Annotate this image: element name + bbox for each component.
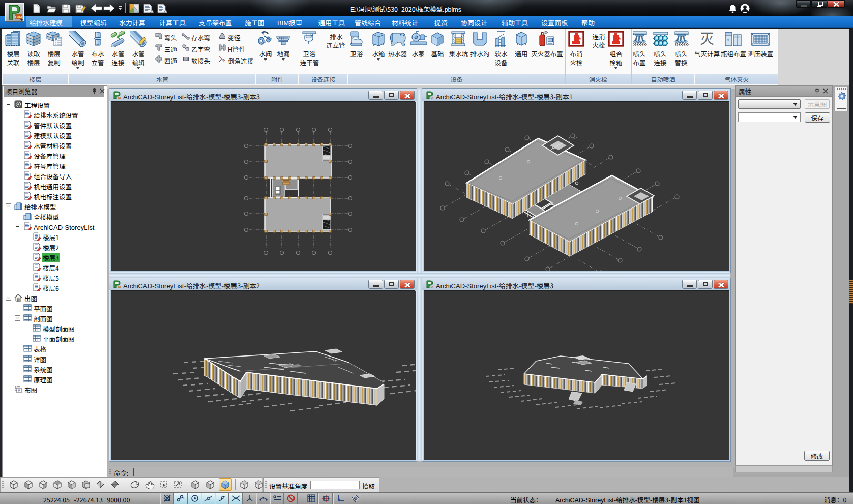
svg-text:DIM: DIM [431,96,433,99]
svg-text:DIM: DIM [118,96,121,99]
svg-text:DIM: DIM [431,285,433,288]
svg-text:BIM: BIM [15,15,22,19]
svg-text:灭: 灭 [700,31,714,47]
svg-text:DIM: DIM [118,285,121,288]
